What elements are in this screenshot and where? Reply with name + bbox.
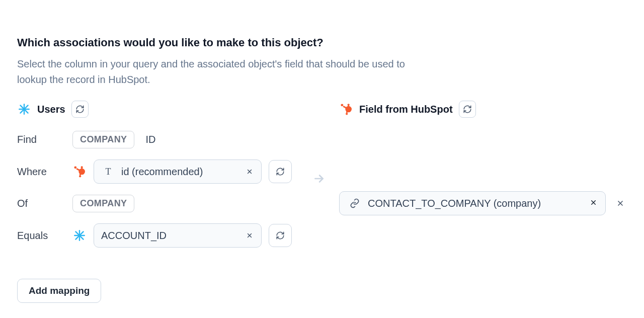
equals-column-select[interactable]: ACCOUNT_ID	[94, 223, 262, 248]
find-object-chip[interactable]: COMPANY	[72, 131, 134, 148]
left-column-title: Users	[37, 104, 65, 115]
page-heading: Which associations would you like to mak…	[17, 36, 627, 49]
svg-point-7	[346, 107, 351, 112]
svg-point-3	[79, 175, 81, 177]
svg-line-12	[343, 106, 346, 108]
association-clear-icon[interactable]	[590, 199, 597, 208]
add-mapping-button[interactable]: Add mapping	[17, 279, 101, 303]
equals-column-value: ACCOUNT_ID	[101, 230, 239, 242]
row-where: Where T id (recommended)	[17, 160, 299, 184]
snowflake-icon	[17, 102, 31, 116]
row-equals: Equals ACCOUNT_ID	[17, 223, 299, 248]
mapping-arrow-icon	[309, 101, 329, 257]
text-type-icon: T	[101, 165, 115, 179]
where-field-value: id (recommended)	[121, 166, 239, 178]
hubspot-icon	[72, 165, 87, 179]
svg-point-0	[79, 169, 85, 174]
row-find: Find COMPANY ID	[17, 131, 299, 148]
right-column-title: Field from HubSpot	[359, 104, 453, 115]
refresh-source-button[interactable]	[71, 101, 89, 118]
page-subheading: Select the column in your query and the …	[17, 56, 435, 88]
of-object-chip[interactable]: COMPANY	[72, 195, 134, 212]
where-clear-icon[interactable]	[245, 167, 254, 176]
equals-refresh-button[interactable]	[269, 224, 292, 247]
equals-label: Equals	[17, 230, 65, 242]
association-value: CONTACT_TO_COMPANY (company)	[368, 198, 584, 209]
find-label: Find	[17, 134, 65, 145]
where-refresh-button[interactable]	[269, 160, 292, 183]
svg-line-6	[80, 174, 80, 176]
association-select[interactable]: CONTACT_TO_COMPANY (company)	[339, 191, 606, 215]
snowflake-icon	[72, 228, 87, 243]
svg-point-1	[81, 166, 83, 168]
delete-mapping-icon[interactable]	[615, 198, 626, 209]
where-label: Where	[17, 166, 65, 178]
row-of: Of COMPANY	[17, 195, 299, 212]
svg-line-13	[347, 111, 347, 113]
find-suffix: ID	[145, 134, 155, 145]
svg-point-9	[341, 104, 343, 106]
svg-point-8	[348, 104, 350, 106]
where-field-select[interactable]: T id (recommended)	[94, 160, 262, 184]
svg-point-10	[346, 113, 348, 115]
svg-point-2	[74, 166, 76, 169]
svg-line-5	[76, 169, 79, 171]
equals-clear-icon[interactable]	[245, 231, 254, 240]
link-icon	[348, 196, 362, 210]
refresh-destination-button[interactable]	[459, 101, 476, 118]
hubspot-icon	[339, 102, 353, 116]
of-label: Of	[17, 198, 65, 209]
